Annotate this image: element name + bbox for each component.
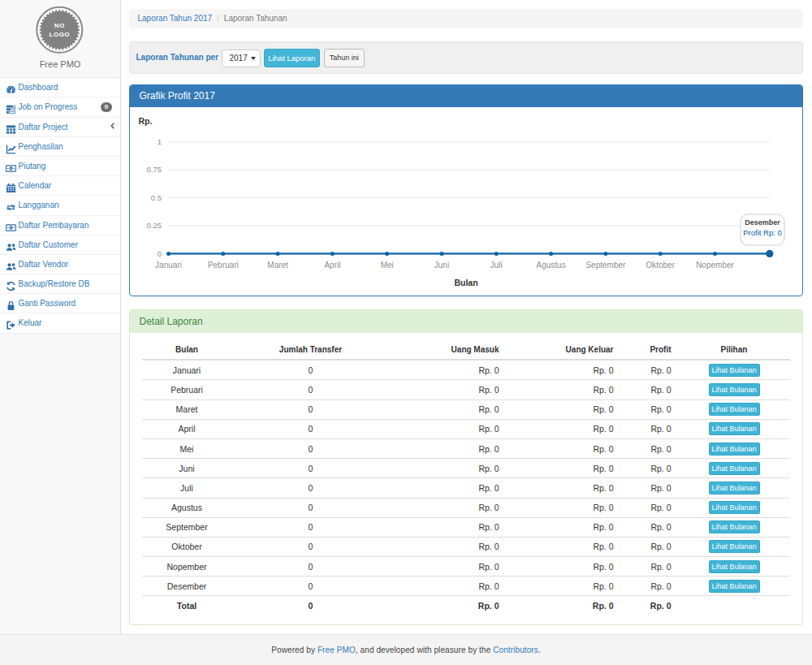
svg-text:Maret: Maret bbox=[267, 261, 288, 270]
svg-text:Nopember: Nopember bbox=[696, 261, 734, 270]
svg-text:Januari: Januari bbox=[155, 261, 182, 270]
svg-text:Juli: Juli bbox=[490, 261, 502, 270]
svg-text:LOGO: LOGO bbox=[50, 31, 71, 38]
svg-text:Oktober: Oktober bbox=[646, 261, 675, 270]
svg-text:NO: NO bbox=[54, 22, 65, 29]
svg-text:Agustus: Agustus bbox=[536, 261, 565, 270]
svg-text:1: 1 bbox=[157, 137, 161, 146]
svg-text:Pebruari: Pebruari bbox=[207, 261, 238, 270]
svg-text:0.75: 0.75 bbox=[146, 165, 162, 174]
svg-text:Bulan: Bulan bbox=[454, 278, 477, 287]
svg-text:0: 0 bbox=[157, 249, 161, 258]
svg-text:0.25: 0.25 bbox=[146, 221, 162, 230]
svg-text:0.5: 0.5 bbox=[150, 193, 161, 202]
svg-text:September: September bbox=[585, 261, 626, 270]
svg-text:April: April bbox=[324, 261, 340, 270]
svg-text:Juni: Juni bbox=[434, 261, 448, 270]
svg-text:Mei: Mei bbox=[380, 261, 393, 270]
